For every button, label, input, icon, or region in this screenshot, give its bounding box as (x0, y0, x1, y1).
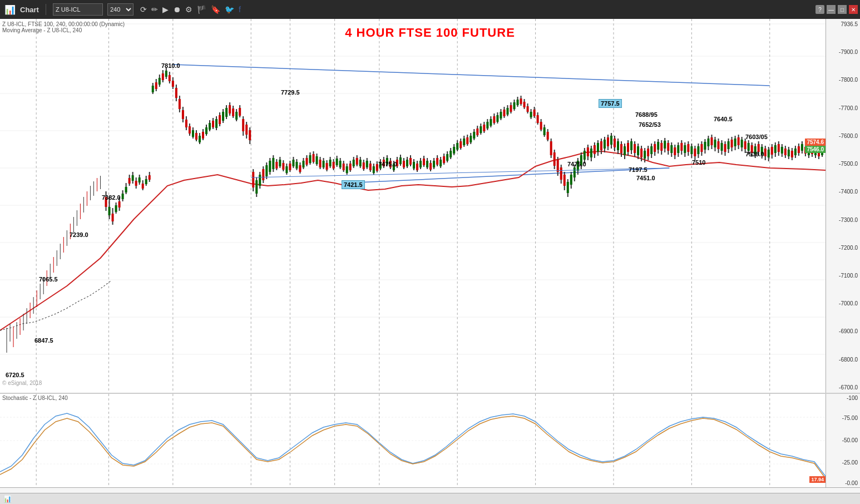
svg-rect-182 (319, 160, 322, 167)
price-7400: -7400.0 (828, 189, 858, 195)
svg-rect-90 (165, 71, 167, 77)
stoch-title: Stochastic - Z U8-ICL, 240 (2, 395, 68, 401)
maximize-button[interactable]: □ (838, 5, 847, 14)
svg-rect-388 (664, 141, 666, 149)
play-icon[interactable]: ▶ (162, 5, 169, 14)
annotation-7603: 7603/05 (745, 134, 768, 140)
svg-rect-408 (697, 146, 699, 154)
annotation-7451: 7451.0 (636, 175, 655, 181)
svg-rect-264 (456, 143, 458, 150)
svg-rect-306 (527, 106, 529, 112)
close-button[interactable]: ✕ (849, 5, 858, 14)
svg-rect-162 (285, 166, 288, 173)
svg-rect-378 (647, 149, 649, 156)
svg-rect-136 (242, 119, 244, 131)
svg-rect-436 (744, 141, 747, 149)
svg-rect-332 (570, 175, 572, 185)
svg-rect-468 (798, 146, 800, 153)
svg-rect-126 (225, 108, 228, 117)
help-button[interactable]: ? (815, 5, 824, 14)
svg-rect-342 (587, 147, 589, 156)
svg-rect-352 (604, 140, 606, 149)
refresh-icon[interactable]: ⟳ (140, 5, 147, 14)
draw-icon[interactable]: ✏ (151, 5, 158, 14)
bookmark-icon[interactable]: 🔖 (211, 5, 220, 14)
svg-rect-202 (353, 160, 355, 166)
svg-rect-236 (409, 158, 412, 165)
svg-rect-278 (480, 126, 482, 133)
svg-rect-312 (537, 115, 539, 123)
stoch-0: -0.00 (845, 480, 858, 486)
svg-rect-300 (517, 100, 519, 105)
svg-rect-132 (235, 112, 238, 120)
price-6800: -6800.0 (828, 357, 858, 363)
svg-rect-150 (265, 165, 268, 176)
svg-rect-390 (667, 143, 669, 151)
svg-rect-286 (493, 116, 495, 123)
record-icon[interactable]: ⏺ (173, 5, 181, 14)
svg-rect-72 (135, 181, 137, 186)
twitter-icon[interactable]: 🐦 (225, 5, 234, 14)
svg-rect-282 (486, 122, 488, 129)
svg-rect-76 (142, 184, 144, 189)
stoch-50: -50.00 (842, 437, 858, 443)
svg-rect-164 (289, 164, 291, 170)
symbol-input[interactable] (53, 3, 103, 16)
svg-rect-318 (547, 132, 549, 140)
annotation-7510: 7510 (692, 159, 705, 166)
svg-rect-140 (249, 130, 251, 140)
svg-rect-448 (764, 149, 767, 156)
svg-rect-106 (192, 130, 194, 137)
stochastic-svg (0, 394, 826, 487)
svg-rect-174 (305, 158, 308, 165)
svg-rect-420 (717, 141, 719, 149)
svg-rect-360 (617, 141, 619, 150)
svg-rect-184 (323, 161, 325, 167)
svg-rect-178 (313, 154, 315, 162)
facebook-icon[interactable]: f (239, 5, 241, 14)
chart-mode-icon: 📊 (3, 495, 12, 503)
svg-rect-458 (781, 147, 783, 154)
stoch-current-badge: 17.94 (809, 476, 826, 483)
chart-container: Z U8-ICL, FTSE 100, 240, 00:00:00:00 (Dy… (0, 19, 860, 504)
ma-label: Moving Average - Z U8-ICL, 240 (2, 27, 125, 33)
svg-rect-366 (627, 143, 629, 152)
svg-rect-128 (229, 105, 231, 113)
price-6700: -6700.0 (828, 384, 858, 391)
svg-text:© eSignal, 2018: © eSignal, 2018 (2, 380, 42, 386)
svg-rect-232 (403, 161, 405, 167)
svg-rect-462 (788, 150, 790, 156)
svg-rect-78 (145, 179, 147, 184)
svg-rect-194 (339, 161, 342, 167)
svg-rect-198 (346, 166, 348, 173)
chart-title: 4 HOUR FTSE 100 FUTURE (345, 26, 515, 40)
svg-rect-460 (784, 149, 787, 155)
price-7100: -7100.0 (828, 273, 858, 279)
svg-rect-172 (302, 161, 304, 167)
svg-rect-350 (600, 141, 602, 150)
minimize-button[interactable]: — (827, 5, 836, 14)
settings-icon[interactable]: ⚙ (185, 5, 192, 14)
svg-rect-260 (449, 151, 452, 157)
svg-rect-298 (513, 102, 515, 109)
svg-rect-64 (122, 194, 124, 199)
svg-rect-170 (299, 165, 301, 172)
svg-rect-166 (292, 160, 294, 166)
flag-icon[interactable]: 🏴 (197, 5, 206, 14)
svg-rect-62 (118, 201, 121, 207)
svg-rect-148 (262, 169, 264, 180)
svg-rect-146 (259, 175, 261, 186)
svg-line-483 (251, 168, 669, 177)
svg-rect-142 (252, 172, 254, 187)
svg-rect-356 (610, 136, 612, 145)
price-scale: 7936.5 -7900.0 -7800.0 -7700.0 -7600.0 -… (826, 19, 860, 393)
svg-rect-452 (771, 147, 773, 155)
price-7900: -7900.0 (828, 49, 858, 55)
interval-select[interactable]: 240 60 1440 (107, 3, 134, 16)
svg-rect-68 (128, 178, 131, 184)
svg-rect-176 (309, 155, 311, 163)
current-price-red: 7574.6 (805, 139, 826, 146)
svg-rect-438 (748, 143, 750, 151)
svg-rect-322 (553, 152, 556, 166)
svg-rect-456 (778, 144, 780, 152)
